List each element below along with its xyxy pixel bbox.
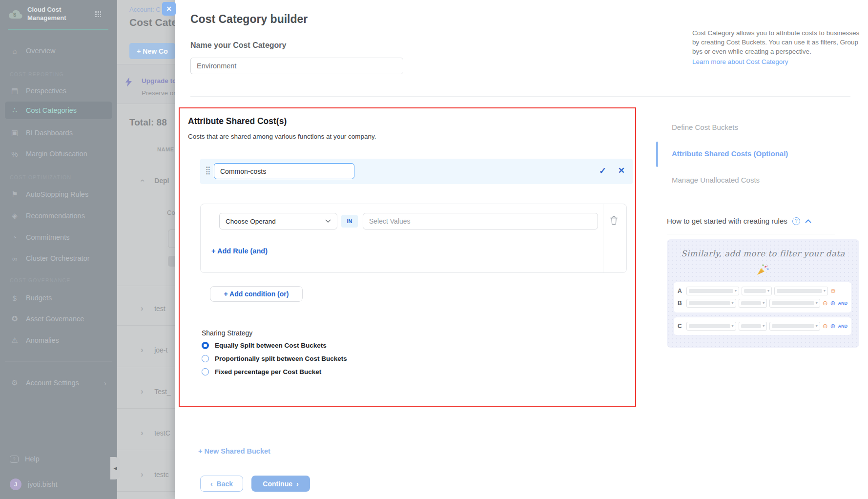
back-button[interactable]: ‹ Back: [200, 476, 243, 492]
radio-unselected-icon: [202, 355, 209, 362]
strategy-radio-fixed-percentage[interactable]: Fixed percentage per Cost Bucket: [202, 368, 321, 375]
caret-down-icon: ▾: [735, 289, 737, 293]
svg-text:$: $: [13, 12, 16, 18]
asset-governance-icon: ✪: [10, 314, 20, 323]
sidebar-item-anomalies: ⚠ Anomalies: [5, 333, 112, 348]
sidebar-item-bi-dashboards: ▣ BI Dashboards: [5, 125, 112, 141]
howto-demo-row-b: B ▾ ▾ ▾ ⊖ ⊕ AND: [678, 297, 847, 309]
module-grid-icon: [95, 11, 101, 17]
question-circle-icon[interactable]: ?: [792, 217, 800, 225]
and-label: AND: [838, 324, 848, 329]
placeholder-select: ▾: [686, 287, 739, 295]
row-sub-label: Co: [167, 209, 175, 216]
divider: [201, 322, 627, 322]
cost-category-name-input[interactable]: [190, 58, 403, 74]
sidebar-item-perspectives: ▤ Perspectives: [5, 83, 112, 99]
placeholder-select: ▾: [742, 287, 772, 295]
operand-select[interactable]: Choose Operand: [219, 213, 337, 229]
add-rule-icon: ⊕: [830, 323, 836, 329]
step-manage-unallocated-costs[interactable]: Manage Unallocated Costs: [672, 176, 760, 184]
howto-title: How to get started with creating rules: [667, 217, 787, 225]
step-attribute-shared-costs[interactable]: Attribute Shared Costs (Optional): [672, 149, 788, 158]
placeholder-select: ▾: [769, 322, 820, 331]
howto-demo-card-1: A ▾ ▾ ▾ ⊖ B ▾ ▾ ▾ ⊖ ⊕ AND: [674, 282, 851, 312]
sidebar-item-cost-categories: ∴ Cost Categories: [5, 102, 112, 119]
remove-rule-icon: ⊖: [823, 323, 828, 329]
drag-handle-icon[interactable]: ⣿: [205, 166, 210, 175]
chevron-right-icon: ›: [296, 480, 299, 488]
chevron-right-icon: ›: [104, 379, 106, 387]
commitments-icon: ◔: [10, 233, 20, 242]
add-rule-button[interactable]: + Add Rule (and): [211, 247, 268, 255]
remove-rule-icon: ⊖: [830, 288, 836, 294]
cost-category-builder-drawer: ✕ Cost Category builder Name your Cost C…: [175, 0, 868, 499]
sidebar-item-commitments: ◔ Commitments: [5, 229, 112, 245]
collapse-arrow-icon: ◀: [114, 466, 117, 471]
delete-rule-button[interactable]: [610, 216, 618, 227]
cloud-cost-logo-icon: $: [8, 9, 22, 20]
account-breadcrumb: Account: C: [129, 6, 161, 13]
chevron-down-icon: [325, 219, 331, 223]
chevron-right-icon: ›: [141, 428, 144, 438]
learn-more-link[interactable]: Learn more about Cost Category: [692, 57, 863, 66]
perspectives-icon: ▤: [10, 86, 20, 95]
close-drawer-button[interactable]: ✕: [162, 2, 176, 16]
table-row: › joe-t: [141, 345, 167, 355]
gear-icon: ⚙: [10, 378, 20, 387]
section-label-cost-reporting: COST REPORTING: [10, 71, 64, 77]
table-row: › testC: [141, 428, 170, 438]
background-page-title: Cost Cate: [129, 17, 177, 28]
drawer-title: Cost Category builder: [190, 13, 308, 26]
margin-obfuscation-icon: %: [10, 150, 20, 158]
sidebar-item-overview: ⌂ Overview: [5, 43, 112, 59]
howto-header: How to get started with creating rules ?: [667, 217, 859, 225]
radio-selected-icon: [202, 342, 209, 349]
placeholder-select: ▾: [739, 299, 767, 308]
placeholder-select: ▾: [686, 322, 736, 331]
table-row: › Test_: [141, 387, 171, 396]
strategy-radio-equally-split[interactable]: Equally Split between Cost Buckets: [202, 342, 327, 349]
party-popper-icon: [756, 264, 769, 276]
chevron-up-icon: ›: [137, 179, 147, 182]
caret-down-icon: ▾: [816, 324, 818, 328]
placeholder-select: ▾: [774, 287, 828, 295]
chevron-left-icon: ‹: [210, 480, 213, 488]
step-define-cost-buckets[interactable]: Define Cost Buckets: [672, 123, 738, 131]
rule-card: Choose Operand IN + Add Rule (and): [200, 204, 627, 273]
shared-costs-heading: Attribute Shared Cost(s): [188, 116, 287, 126]
user-menu: J jyoti.bisht: [5, 477, 112, 492]
add-rule-icon: ⊕: [830, 300, 836, 306]
recommendations-icon: ◈: [10, 211, 20, 220]
select-values-input[interactable]: [363, 213, 598, 229]
caret-down-icon: ▾: [824, 289, 826, 293]
placeholder-select: ▾: [769, 299, 820, 308]
shared-costs-description: Costs that are shared among various func…: [188, 133, 376, 140]
add-condition-button[interactable]: + Add condition (or): [210, 286, 303, 302]
sidebar-collapse-handle: ◀: [110, 457, 120, 479]
section-label-cost-governance: COST GOVERNANCE: [10, 277, 71, 283]
howto-illustration-panel: Similarly, add more to filter your data …: [667, 239, 859, 348]
continue-button[interactable]: Continue ›: [251, 476, 310, 492]
table-row: › test: [141, 304, 165, 313]
divider: [190, 96, 850, 97]
placeholder-select: ▾: [739, 322, 767, 331]
chevron-right-icon: ›: [141, 387, 144, 396]
upgrade-subtitle: Preserve or: [142, 89, 176, 97]
cluster-orchestrator-icon: ∞: [10, 254, 20, 263]
avatar: J: [10, 478, 21, 490]
placeholder-select: ▾: [686, 299, 736, 308]
sharing-strategy-label: Sharing Strategy: [202, 329, 252, 337]
operator-badge[interactable]: IN: [341, 215, 358, 228]
divider: [667, 234, 835, 234]
chevron-up-icon[interactable]: [805, 219, 811, 223]
howto-demo-row-c: C ▾ ▾ ▾ ⊖ ⊕ AND: [678, 320, 847, 332]
confirm-check-icon[interactable]: ✓: [599, 166, 606, 176]
cancel-x-icon[interactable]: ✕: [618, 166, 625, 176]
table-row: › testc: [141, 470, 169, 479]
strategy-radio-proportional-split[interactable]: Proportionally split between Cost Bucket…: [202, 355, 347, 362]
chevron-right-icon: ›: [141, 470, 144, 479]
sidebar-item-asset-governance: ✪ Asset Governance: [5, 311, 112, 327]
shared-bucket-name-input[interactable]: [214, 163, 354, 179]
name-cost-category-label: Name your Cost Category: [190, 41, 287, 50]
new-shared-bucket-button[interactable]: + New Shared Bucket: [198, 447, 270, 455]
